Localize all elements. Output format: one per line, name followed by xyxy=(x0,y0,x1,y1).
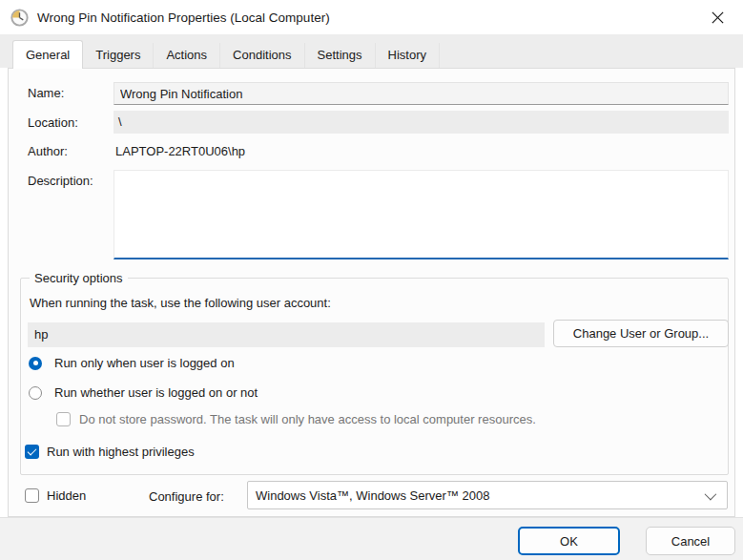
task-properties-dialog: Wrong Pin Notification Properties (Local… xyxy=(0,0,743,560)
ok-button[interactable]: OK xyxy=(518,527,620,555)
radio-selected-icon xyxy=(29,357,42,370)
description-textarea[interactable] xyxy=(114,170,729,259)
author-value: LAPTOP-22RT0U06\hp xyxy=(115,144,245,158)
window-title: Wrong Pin Notification Properties (Local… xyxy=(37,10,330,25)
location-label: Location: xyxy=(28,115,78,130)
radio-label: Run whether user is logged on or not xyxy=(54,385,258,400)
tab-actions[interactable]: Actions xyxy=(154,43,220,68)
dropdown-selected-value: Windows Vista™, Windows Server™ 2008 xyxy=(256,488,489,503)
radio-unselected-icon xyxy=(29,386,42,400)
tab-triggers[interactable]: Triggers xyxy=(83,43,154,68)
radio-run-whether-logged-on[interactable]: Run whether user is logged on or not xyxy=(29,385,258,400)
location-value: \ xyxy=(114,111,729,134)
author-label: Author: xyxy=(28,144,68,158)
radio-run-only-logged-on[interactable]: Run only when user is logged on xyxy=(29,356,235,370)
general-tab-page: Name: Location: \ Author: LAPTOP-22RT0U0… xyxy=(8,68,735,517)
tab-general[interactable]: General xyxy=(12,40,83,69)
checkbox-label: Hidden xyxy=(47,488,86,503)
checkbox-do-not-store-password[interactable]: Do not store password. The task will onl… xyxy=(56,412,536,426)
configure-for-label: Configure for: xyxy=(149,489,224,504)
checkbox-label: Run with highest privileges xyxy=(47,445,195,459)
security-options-title: Security options xyxy=(30,271,128,285)
dialog-footer: OK Cancel xyxy=(0,517,743,560)
tab-history[interactable]: History xyxy=(376,43,440,68)
checkbox-hidden[interactable]: Hidden xyxy=(25,488,86,503)
name-label: Name: xyxy=(28,86,64,100)
cancel-button[interactable]: Cancel xyxy=(646,527,735,555)
change-user-button[interactable]: Change User or Group... xyxy=(553,320,729,347)
chevron-down-icon xyxy=(705,487,717,500)
radio-label: Run only when user is logged on xyxy=(54,356,235,370)
account-value-field: hp xyxy=(28,322,545,347)
close-icon xyxy=(712,11,724,24)
tab-settings[interactable]: Settings xyxy=(305,43,376,68)
checkbox-unchecked-icon xyxy=(56,412,71,426)
tab-conditions[interactable]: Conditions xyxy=(220,43,304,68)
checkbox-checked-icon xyxy=(25,445,39,459)
tab-strip: General Triggers Actions Conditions Sett… xyxy=(0,34,743,68)
configure-for-dropdown[interactable]: Windows Vista™, Windows Server™ 2008 xyxy=(247,481,728,509)
close-button[interactable] xyxy=(699,4,735,31)
description-label: Description: xyxy=(28,174,93,188)
title-bar: Wrong Pin Notification Properties (Local… xyxy=(0,0,743,34)
clock-icon xyxy=(10,9,29,27)
account-prompt: When running the task, use the following… xyxy=(30,296,331,310)
checkbox-run-highest-privileges[interactable]: Run with highest privileges xyxy=(25,445,195,459)
name-input[interactable] xyxy=(114,82,729,105)
checkbox-unchecked-icon xyxy=(25,488,39,503)
checkbox-label: Do not store password. The task will onl… xyxy=(79,412,536,426)
